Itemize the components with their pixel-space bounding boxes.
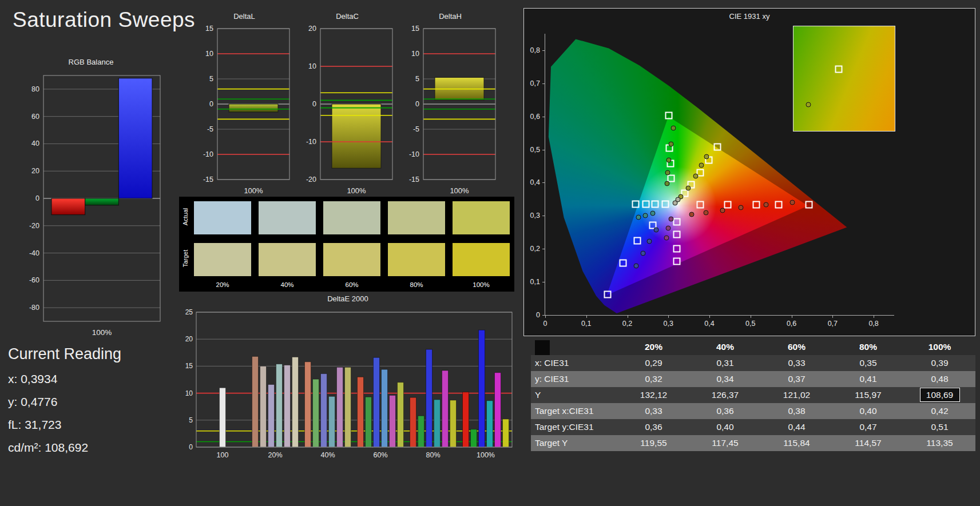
reading-x: x: 0,3934 <box>8 368 121 391</box>
actual-swatch <box>453 201 510 234</box>
table-cell: 113,35 <box>904 435 975 451</box>
svg-text:-5: -5 <box>413 125 419 133</box>
delta-c-chart: DeltaC 20100-10-20100% <box>296 11 398 200</box>
cie-measurement-marker <box>668 142 673 147</box>
svg-text:20: 20 <box>308 25 316 33</box>
svg-text:-15: -15 <box>409 176 419 184</box>
table-header-cell: 20% <box>618 339 689 355</box>
svg-text:20: 20 <box>31 167 39 175</box>
svg-text:100%: 100% <box>347 186 366 195</box>
cie-measurement-marker <box>720 208 725 213</box>
selected-cell[interactable]: 108,69 <box>920 388 960 402</box>
svg-text:100%: 100% <box>244 186 263 195</box>
target-swatch <box>323 243 380 276</box>
svg-text:-60: -60 <box>29 276 39 284</box>
cie-measurement-marker <box>764 202 769 208</box>
table-row-label: y: CIE31 <box>531 371 618 387</box>
target-swatch <box>453 243 510 276</box>
target-swatch <box>388 243 445 276</box>
cie-target-marker <box>665 111 673 119</box>
table-cell: 0,38 <box>761 403 832 419</box>
swatch-col-label: 40% <box>259 281 316 288</box>
target-swatch <box>194 243 251 276</box>
cie-measurement-marker <box>666 225 671 230</box>
table-cell: 0,34 <box>689 371 761 387</box>
cie-target-marker <box>752 201 760 208</box>
table-cell: 0,33 <box>618 403 689 419</box>
svg-text:-20: -20 <box>306 176 316 184</box>
rgb-balance-title: RGB Balance <box>16 57 166 67</box>
table-cell: 126,37 <box>689 387 761 403</box>
svg-text:0: 0 <box>189 443 193 451</box>
swatch-row-label-target: Target <box>182 241 189 276</box>
svg-text:40: 40 <box>31 140 39 148</box>
table-cell: 0,29 <box>618 355 689 371</box>
table-header-cell: 40% <box>689 339 761 355</box>
cie-y-tick-label: 0,4 <box>530 178 540 186</box>
table-cell: 0,36 <box>689 403 761 419</box>
rgb-balance-chart: RGB Balance 806040200-20-40-60-80100% <box>16 57 166 348</box>
svg-text:100%: 100% <box>477 451 495 459</box>
svg-text:5: 5 <box>189 416 193 424</box>
table-cell: 0,44 <box>761 419 832 435</box>
table-cell: 0,51 <box>904 419 975 435</box>
cie-measurement-marker <box>650 210 656 216</box>
target-swatch <box>259 243 316 276</box>
delta-l-title: DeltaL <box>193 11 295 22</box>
table-row: Target x:CIE310,330,360,380,400,42 <box>531 403 975 419</box>
cie-target-marker <box>642 201 649 208</box>
svg-text:20: 20 <box>185 335 193 343</box>
svg-text:40%: 40% <box>320 451 335 459</box>
cie-y-tick-label: 0,6 <box>530 113 540 121</box>
cie-measurement-marker <box>636 214 641 220</box>
table-cell: 0,36 <box>618 419 689 435</box>
swatch-col-label: 80% <box>388 281 445 288</box>
table-header-cell: 100% <box>904 339 975 355</box>
cie-target-marker <box>714 143 721 150</box>
svg-text:80%: 80% <box>426 451 440 459</box>
cie-measurement-marker <box>693 173 698 178</box>
table-row-label: x: CIE31 <box>531 355 618 371</box>
cie-measurement-marker <box>699 163 704 168</box>
svg-text:5: 5 <box>415 75 419 83</box>
svg-text:100%: 100% <box>92 328 112 337</box>
cie-measurement-marker <box>689 212 695 217</box>
reading-y: y: 0,4776 <box>8 391 121 413</box>
cie-target-marker <box>673 218 681 226</box>
svg-text:-10: -10 <box>409 150 419 158</box>
cie-y-tick-label: 0,3 <box>530 212 540 220</box>
table-row: Target y:CIE310,360,400,440,470,51 <box>531 419 975 435</box>
cie-measurement-marker <box>686 185 691 190</box>
svg-text:15: 15 <box>185 362 193 370</box>
table-cell: 0,40 <box>832 403 904 419</box>
svg-text:25: 25 <box>185 308 193 316</box>
delta-l-plot: 151050-5-10-15100% <box>193 22 295 200</box>
svg-text:5: 5 <box>209 75 213 83</box>
svg-text:100%: 100% <box>450 186 469 195</box>
cie-target-marker <box>724 201 732 208</box>
table-cell: 0,42 <box>904 403 975 419</box>
swatch-col-label: 100% <box>453 281 510 288</box>
delta-h-plot: 151050-5-10-15100% <box>399 22 501 200</box>
svg-text:0: 0 <box>415 100 419 108</box>
cie-measurement-marker <box>665 181 670 186</box>
delta-c-plot: 20100-10-20100% <box>296 22 398 200</box>
cie-y-tick-label: 0,8 <box>530 46 540 54</box>
delta-h-chart: DeltaH 151050-5-10-15100% <box>399 11 501 200</box>
current-reading-heading: Current Reading <box>8 345 121 363</box>
cie-diagram: CIE 1931 xy 00,10,20,30,40,50,60,70,800,… <box>523 8 975 336</box>
cie-measurement-marker <box>675 197 680 202</box>
reading-fl: fL: 31,723 <box>8 413 121 436</box>
svg-text:100: 100 <box>217 451 229 459</box>
svg-text:0: 0 <box>35 194 39 202</box>
cie-target-marker <box>775 201 783 208</box>
svg-text:-10: -10 <box>203 150 213 158</box>
cie-measurement-marker <box>653 227 658 232</box>
cie-target-marker <box>673 258 681 265</box>
svg-text:10: 10 <box>411 50 419 58</box>
svg-text:10: 10 <box>185 389 193 397</box>
cie-measurement-marker <box>664 235 669 240</box>
svg-text:-5: -5 <box>207 125 213 133</box>
cie-target-marker <box>604 290 612 298</box>
table-row-label: Y <box>531 387 618 403</box>
